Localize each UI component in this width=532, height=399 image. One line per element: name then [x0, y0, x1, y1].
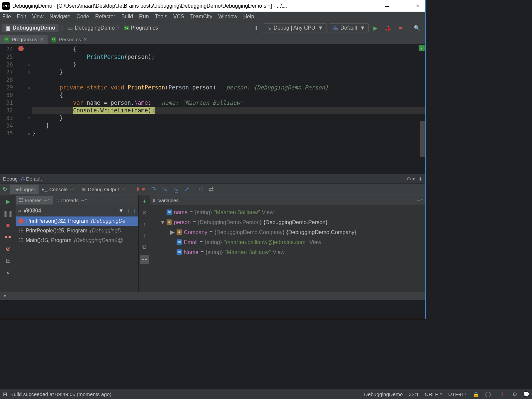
search-button[interactable]: 🔍	[411, 24, 423, 33]
view-link[interactable]: View	[273, 247, 284, 257]
step-over-button[interactable]: ↷	[151, 186, 156, 193]
step-into-button[interactable]: ↘	[162, 186, 167, 193]
show-watches-button[interactable]: 👓	[140, 255, 149, 264]
fold-gutter[interactable]: ⊟⊟ ⊟ ⊟⊟⊟	[26, 44, 32, 174]
tab-debug-output[interactable]: ≣Debug Output→"	[78, 184, 130, 194]
pause-button[interactable]: ❚❚	[3, 210, 13, 217]
menu-view[interactable]: View	[32, 14, 43, 20]
expand-icon[interactable]: ▼	[160, 217, 165, 227]
menu-vcs[interactable]: VCS	[173, 14, 184, 20]
up-button[interactable]: ↑	[143, 221, 146, 228]
resume-button[interactable]: ▶	[6, 198, 10, 205]
stack-frame[interactable]: ☷Main():15, Program (DebuggingDemo)@	[16, 235, 138, 245]
pause-program-button[interactable]: ⏵●	[136, 186, 145, 193]
copy-button[interactable]: ⧉	[142, 244, 146, 250]
close-icon[interactable]: ✕	[40, 37, 44, 42]
menu-code[interactable]: Code	[76, 14, 89, 20]
variables-tree[interactable]: ab name = {string} "Maarten Balliauw" Vi…	[150, 205, 425, 259]
tab-threads[interactable]: ≈Threads→"	[53, 196, 90, 204]
force-step-into-button[interactable]: ↘̲	[173, 186, 178, 193]
menu-refactor[interactable]: Refactor	[95, 14, 115, 20]
close-button[interactable]: ✕	[410, 0, 425, 12]
menu-edit[interactable]: Edit	[17, 14, 26, 20]
expand-icon[interactable]: ▶	[170, 227, 175, 237]
stop-button[interactable]: ■	[396, 24, 405, 32]
more-tools-row[interactable]: »	[0, 292, 425, 300]
thread-selector[interactable]: ≈ @9804 ▼ ↑ ↓	[16, 205, 138, 216]
variable-row[interactable]: ab Name = {string} "Maarten Balliauw" Vi…	[151, 247, 424, 257]
variable-row[interactable]: ▼≡ person = {DebuggingDemo.Person} {Debu…	[151, 217, 424, 227]
csharp-file-icon: C#	[52, 37, 56, 42]
run-config-select[interactable]: ⁂ Default ▼	[329, 23, 369, 33]
rerun-button[interactable]: ↻	[2, 186, 7, 193]
variables-header: ≡ Variables →"	[150, 195, 425, 205]
var-type-icon: ab	[177, 249, 182, 255]
chevron-down-icon: ▼	[115, 208, 124, 214]
stack-frames-list[interactable]: PrintPerson():32, Program (DebuggingDe☷P…	[16, 216, 138, 292]
gear-icon[interactable]: ⚙ ▾	[407, 176, 415, 182]
thread-label: @9804	[24, 208, 41, 214]
pin-icon: →"	[43, 198, 50, 203]
run-button[interactable]: ▶	[371, 24, 380, 33]
build-config-select[interactable]: ↘ Debug | Any CPU ▼	[263, 23, 327, 33]
breakpoint-gutter[interactable]	[16, 44, 26, 174]
editor-tab[interactable]: C#Person.cs✕	[48, 35, 91, 44]
next-frame-button[interactable]: ↓	[133, 208, 136, 214]
menu-navigate[interactable]: Navigate	[50, 14, 70, 20]
breakpoint-icon[interactable]	[18, 46, 24, 51]
stack-frame[interactable]: PrintPerson():32, Program (DebuggingDe	[16, 216, 138, 226]
menu-window[interactable]: Window	[218, 14, 237, 20]
variable-row[interactable]: ab name = {string} "Maarten Balliauw" Vi…	[151, 207, 424, 217]
editor-tab[interactable]: C#Program.cs✕	[0, 35, 48, 44]
breadcrumb-module[interactable]: ▭ DebuggingDemo	[68, 25, 115, 31]
stop-debug-button[interactable]: ■	[6, 222, 10, 229]
view-link[interactable]: View	[262, 207, 274, 217]
debug-side-controls: ▶ ❚❚ ■ ●● ⊘ ⊞ »	[0, 195, 16, 292]
tab-console[interactable]: ▸_Console→"	[39, 184, 78, 194]
more-button[interactable]: »	[6, 269, 10, 276]
evaluate-expression-button[interactable]: ⇄	[209, 186, 214, 193]
close-icon[interactable]: ✕	[83, 37, 87, 42]
var-type-icon: ≡	[177, 229, 182, 235]
scrollbar-thumb[interactable]	[420, 121, 425, 157]
breadcrumb-file[interactable]: C# Program.cs	[124, 25, 158, 31]
build-button[interactable]: ⬇	[251, 24, 261, 33]
code-editor[interactable]: 242526272829303132333435 ⊟⊟ ⊟ ⊟⊟⊟ { Prin…	[0, 44, 425, 174]
menu-run[interactable]: Run	[139, 14, 149, 20]
stack-frame[interactable]: ☷PrintPeople():25, Program (DebuggingD	[16, 226, 138, 235]
view-breakpoints-button[interactable]: ●●	[4, 233, 12, 240]
add-watch-button[interactable]: ＋	[142, 197, 147, 205]
debug-button[interactable]: 🐞	[382, 24, 394, 33]
maximize-button[interactable]: ▢	[395, 0, 410, 12]
menu-file[interactable]: File	[2, 14, 11, 20]
remove-watch-button[interactable]: ✕	[142, 209, 147, 216]
menu-build[interactable]: Build	[121, 14, 133, 20]
menu-teamcity[interactable]: TeamCity	[190, 14, 212, 20]
inspection-ok-icon[interactable]: ✓	[419, 45, 425, 51]
variable-row[interactable]: ▶≡ Company = {DebuggingDemo.Company} {De…	[151, 227, 424, 237]
var-type-icon: ab	[167, 209, 172, 215]
mute-breakpoints-button[interactable]: ⊘	[6, 245, 11, 252]
view-link[interactable]: View	[310, 237, 321, 247]
pin-icon[interactable]: →"	[416, 198, 423, 203]
chevron-right-icon: 〉	[61, 25, 66, 32]
debug-body: ▶ ❚❚ ■ ●● ⊘ ⊞ » ☷Frames→" ≈Threads→" ≈ @…	[0, 195, 425, 292]
prev-frame-button[interactable]: ↑	[127, 208, 130, 214]
window-title: DebuggingDemo - [C:\Users\maart\Desktop\…	[12, 3, 379, 9]
code-area[interactable]: { PrintPerson(person); } } private stati…	[32, 44, 425, 174]
minimize-button[interactable]: —	[379, 0, 395, 12]
download-icon[interactable]: ⬇	[418, 176, 423, 182]
breadcrumb-project[interactable]: ▣ DebuggingDemo	[2, 24, 59, 32]
menu-help[interactable]: Help	[243, 14, 254, 20]
step-out-button[interactable]: ↗	[184, 186, 189, 193]
tab-debugger[interactable]: Debugger	[10, 185, 39, 194]
menu-tools[interactable]: Tools	[155, 14, 167, 20]
variable-row[interactable]: ab Email = {string} "maarten.balliauw@je…	[151, 237, 424, 247]
tab-frames[interactable]: ☷Frames→"	[16, 196, 53, 204]
debug-config-label: Default	[26, 176, 42, 182]
project-icon: ▣	[6, 25, 11, 31]
layout-button[interactable]: ⊞	[6, 257, 11, 264]
down-button[interactable]: ↓	[143, 232, 146, 239]
build-config-label: Debug | Any CPU	[274, 25, 315, 31]
run-to-cursor-button[interactable]: →I	[195, 186, 203, 193]
